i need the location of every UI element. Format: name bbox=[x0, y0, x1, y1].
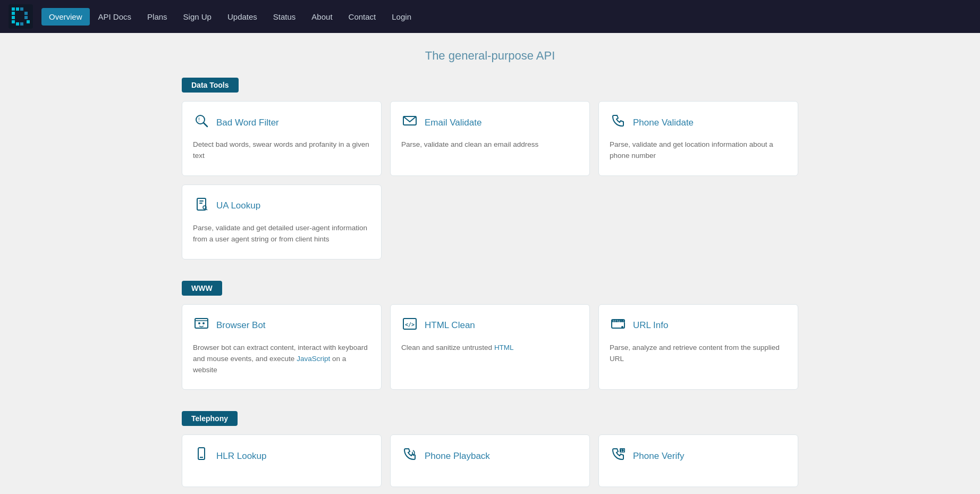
nav-item-updates[interactable]: Updates bbox=[220, 8, 265, 26]
svg-rect-2 bbox=[12, 12, 15, 15]
svg-rect-7 bbox=[16, 22, 19, 26]
card-title-bad-word-filter: Bad Word Filter bbox=[216, 118, 279, 128]
section-telephony: TelephonyHLR LookupPhone Playback123Phon… bbox=[182, 411, 798, 487]
card-desc-html-clean: Clean and sanitize untrusted HTML bbox=[401, 342, 579, 354]
code-icon: </> bbox=[401, 316, 418, 335]
card-url-info[interactable]: http://URL InfoParse, analyze and retrie… bbox=[598, 304, 798, 390]
card-desc-browser-bot: Browser bot can extract content, interac… bbox=[193, 342, 370, 376]
nav-item-sign-up[interactable]: Sign Up bbox=[176, 8, 219, 26]
svg-rect-1 bbox=[12, 7, 15, 11]
svg-rect-3 bbox=[12, 16, 15, 19]
card-phone-playback[interactable]: Phone Playback bbox=[390, 434, 590, 487]
nav-item-overview[interactable]: Overview bbox=[41, 8, 90, 26]
phone-icon bbox=[610, 113, 627, 132]
card-desc-phone-validate: Parse, validate and get location informa… bbox=[610, 139, 787, 162]
svg-rect-10 bbox=[24, 16, 28, 19]
logo-icon[interactable] bbox=[9, 4, 33, 29]
nav-item-status[interactable]: Status bbox=[266, 8, 303, 26]
svg-rect-18 bbox=[199, 203, 202, 204]
nav-item-login[interactable]: Login bbox=[384, 8, 419, 26]
card-bad-word-filter[interactable]: !Bad Word FilterDetect bad words, swear … bbox=[182, 101, 382, 176]
device-icon bbox=[193, 197, 210, 215]
svg-text:123: 123 bbox=[620, 449, 626, 453]
card-browser-bot[interactable]: Browser BotBrowser bot can extract conte… bbox=[182, 304, 382, 390]
sections-container: Data Tools!Bad Word FilterDetect bad wor… bbox=[182, 78, 798, 487]
svg-rect-17 bbox=[199, 200, 204, 202]
section-data-tools: Data Tools!Bad Word FilterDetect bad wor… bbox=[182, 78, 798, 259]
card-title-phone-playback: Phone Playback bbox=[425, 451, 490, 462]
search-magnify-icon: ! bbox=[193, 113, 210, 132]
card-title-ua-lookup: UA Lookup bbox=[216, 200, 260, 211]
nav-item-contact[interactable]: Contact bbox=[341, 8, 384, 26]
card-phone-verify[interactable]: 123Phone Verify bbox=[598, 434, 798, 487]
svg-rect-8 bbox=[20, 22, 23, 26]
page-title: The general-purpose API bbox=[182, 49, 798, 63]
svg-rect-9 bbox=[24, 12, 28, 15]
card-title-phone-validate: Phone Validate bbox=[633, 118, 694, 128]
email-icon bbox=[401, 113, 418, 132]
svg-rect-6 bbox=[20, 7, 23, 11]
card-phone-validate[interactable]: Phone ValidateParse, validate and get lo… bbox=[598, 101, 798, 176]
svg-line-13 bbox=[204, 123, 207, 127]
section-badge-www: WWW bbox=[182, 281, 222, 296]
card-title-browser-bot: Browser Bot bbox=[216, 320, 266, 331]
nav-item-plans[interactable]: Plans bbox=[140, 8, 175, 26]
card-ua-lookup[interactable]: UA LookupParse, validate and get detaile… bbox=[182, 185, 382, 259]
card-email-validate[interactable]: Email ValidateParse, validate and clean … bbox=[390, 101, 590, 176]
mobile-icon bbox=[193, 447, 210, 465]
main-content: The general-purpose API Data Tools!Bad W… bbox=[171, 33, 809, 494]
svg-text:http://: http:// bbox=[613, 319, 626, 323]
navbar: OverviewAPI DocsPlansSign UpUpdatesStatu… bbox=[0, 0, 980, 33]
card-desc-url-info: Parse, analyze and retrieve content from… bbox=[610, 342, 787, 365]
card-desc-email-validate: Parse, validate and clean an email addre… bbox=[401, 139, 579, 150]
svg-text:</>: </> bbox=[405, 322, 415, 328]
phone-verify-icon: 123 bbox=[610, 447, 627, 465]
url-icon: http:// bbox=[610, 316, 627, 335]
card-hlr-lookup[interactable]: HLR Lookup bbox=[182, 434, 382, 487]
card-desc-ua-lookup: Parse, validate and get detailed user-ag… bbox=[193, 223, 370, 245]
svg-point-30 bbox=[621, 326, 623, 328]
svg-point-23 bbox=[202, 322, 205, 324]
card-desc-bad-word-filter: Detect bad words, swear words and profan… bbox=[193, 139, 370, 162]
nav-item-api-docs[interactable]: API Docs bbox=[91, 8, 139, 26]
card-html-clean[interactable]: </>HTML CleanClean and sanitize untruste… bbox=[390, 304, 590, 390]
phone-wave-icon bbox=[401, 447, 418, 465]
card-title-html-clean: HTML Clean bbox=[425, 320, 475, 331]
section-badge-data-tools: Data Tools bbox=[182, 78, 239, 93]
card-title-url-info: URL Info bbox=[633, 320, 668, 331]
cards-grid-telephony: HLR LookupPhone Playback123Phone Verify bbox=[182, 434, 798, 487]
card-title-email-validate: Email Validate bbox=[425, 118, 481, 128]
nav-items: OverviewAPI DocsPlansSign UpUpdatesStatu… bbox=[41, 8, 419, 26]
svg-rect-4 bbox=[12, 20, 15, 23]
card-title-hlr-lookup: HLR Lookup bbox=[216, 451, 267, 462]
svg-rect-16 bbox=[197, 198, 206, 210]
cards-grid-www: Browser BotBrowser bot can extract conte… bbox=[182, 304, 798, 390]
svg-rect-5 bbox=[16, 7, 19, 11]
svg-text:!: ! bbox=[198, 117, 200, 123]
svg-rect-11 bbox=[27, 20, 30, 23]
spider-icon bbox=[193, 316, 210, 335]
cards-grid-data-tools: !Bad Word FilterDetect bad words, swear … bbox=[182, 101, 798, 259]
nav-item-about[interactable]: About bbox=[304, 8, 340, 26]
card-title-phone-verify: Phone Verify bbox=[633, 451, 684, 462]
section-badge-telephony: Telephony bbox=[182, 411, 238, 426]
section-www: WWWBrowser BotBrowser bot can extract co… bbox=[182, 281, 798, 390]
svg-point-22 bbox=[198, 322, 200, 324]
